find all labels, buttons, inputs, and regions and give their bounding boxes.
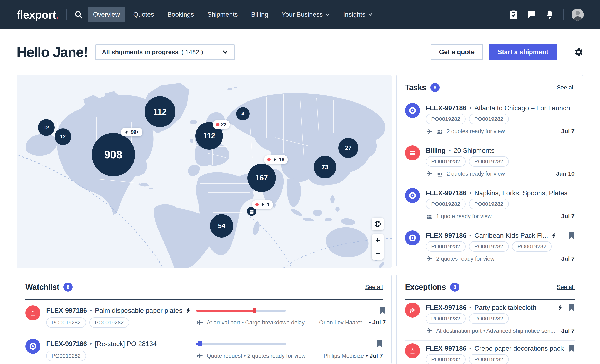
nav-item-quotes[interactable]: Quotes [128, 7, 159, 22]
zoom-out-button[interactable]: − [372, 247, 384, 260]
shipment-code: FLEX-997186 [426, 345, 467, 352]
chat-icon[interactable] [527, 10, 536, 19]
po-tag: PO0019282 [469, 114, 509, 124]
nav-item-your-business[interactable]: Your Business [277, 7, 335, 22]
bookmark-icon[interactable] [568, 304, 575, 311]
due-date: Jul 7 [561, 255, 575, 262]
map-cluster-bubble[interactable]: 12 [55, 128, 71, 145]
po-tag: PO0019282 [469, 199, 509, 209]
plane-icon [426, 128, 433, 135]
map-cluster-bubble[interactable]: 167 [247, 164, 276, 192]
main-content: 112412121122290899+277316716154 + − Watc… [0, 75, 600, 364]
due-date: Jul 7 [561, 213, 575, 220]
alert-dot [267, 158, 271, 161]
see-all-link[interactable]: See all [557, 284, 575, 290]
shipment-desc: Crepe paper decorations pack [474, 345, 564, 352]
shipment-status: At destination port • Advanced ship noti… [436, 328, 555, 334]
chevron-down-icon [222, 50, 228, 54]
eye-icon [405, 103, 420, 118]
map-cluster-bubble[interactable]: 4 [236, 107, 250, 121]
exception-row[interactable]: FLEX-997186•Party pack tablecloth PO0019… [405, 300, 575, 341]
map-cluster-bubble[interactable]: 54 [210, 214, 233, 238]
shipment-code: FLEX-997186 [426, 104, 467, 112]
shipment-code: Billing [426, 147, 446, 154]
map-bubble-badge: 99+ [121, 128, 142, 137]
watchlist-row[interactable]: FLEX-997186•[Re-stock] PO 28134 PO001928… [25, 333, 383, 364]
task-row[interactable]: FLEX-997186•Atlanta to Chicago – For Lau… [405, 100, 575, 143]
avatar[interactable] [572, 9, 584, 21]
owner: Orian Lev Haaret... [319, 319, 367, 326]
map-cluster-bubble[interactable]: 73 [314, 156, 336, 178]
po-tag: PO0019282 [469, 156, 509, 167]
containers-icon [436, 128, 443, 135]
globe-button[interactable] [372, 217, 384, 230]
nav-divider [66, 9, 67, 20]
shipment-code: FLEX-997186 [46, 340, 87, 348]
quote-status: 2 quotes ready for view [447, 128, 505, 135]
header-divider [566, 43, 566, 61]
po-tag: PO0019282 [426, 199, 466, 209]
search-icon[interactable] [74, 10, 83, 19]
exceptions-panel: Exceptions 8 See all FLEX-997186•Party p… [396, 275, 583, 364]
watchlist-panel: Watchlist 8 See all FLEX-997186•Palm dis… [17, 275, 392, 364]
nav-item-billing[interactable]: Billing [246, 7, 273, 22]
plane-icon [426, 255, 433, 262]
task-row[interactable]: Billing•20 Shipments PO0019282PO0019282 … [405, 143, 575, 186]
tasks-clipboard-icon[interactable] [509, 10, 518, 19]
exception-row[interactable]: FLEX-997186•Crepe paper decorations pack… [405, 341, 575, 364]
plane-icon [196, 319, 203, 326]
quote-status: 2 quotes ready for view [447, 171, 505, 177]
page-title: Hello Jane! [17, 44, 88, 60]
eye-icon [405, 230, 420, 245]
nav-item-bookings[interactable]: Bookings [162, 7, 199, 22]
lightning-icon [557, 304, 563, 311]
nav-item-shipments[interactable]: Shipments [202, 7, 243, 22]
zoom-in-button[interactable]: + [372, 234, 384, 247]
chevron-down-icon [325, 13, 330, 16]
shipment-desc: Atlanta to Chicago – For Launch [474, 104, 570, 112]
due-date: • Jul 7 [369, 319, 386, 326]
get-a-quote-button[interactable]: Get a quote [431, 44, 483, 60]
po-tag: PO0019282 [469, 241, 509, 252]
map-cluster-bubble[interactable]: 27 [338, 138, 358, 158]
see-all-link[interactable]: See all [557, 84, 575, 91]
panel-title: Tasks [405, 83, 426, 92]
po-tag: PO0019282 [46, 317, 86, 328]
map-cluster-bubble[interactable]: 908 [92, 133, 135, 176]
bookmark-icon[interactable] [568, 232, 575, 239]
world-map [17, 75, 392, 268]
gear-icon[interactable] [574, 47, 583, 57]
nav-item-overview[interactable]: Overview [88, 7, 125, 22]
main-nav: OverviewQuotesBookingsShipmentsBillingYo… [88, 7, 377, 22]
count-badge: 8 [450, 282, 459, 292]
shipment-status: Quote request • 2 quotes ready for view [207, 353, 306, 359]
po-tag: PO0019282 [469, 313, 509, 324]
nav-divider [563, 9, 564, 20]
watchlist-row[interactable]: FLEX-997186•Palm disposable paper plates… [25, 300, 383, 333]
tasks-panel: Tasks 8 See all FLEX-997186•Atlanta to C… [396, 75, 583, 266]
map-cluster-bubble[interactable]: 112 [145, 96, 175, 127]
exceptions-header: Exceptions 8 See all [405, 275, 575, 299]
bookmark-icon[interactable] [380, 307, 386, 314]
due-date: Jul 7 [561, 327, 575, 334]
panel-title: Exceptions [405, 283, 446, 292]
shipments-map[interactable]: 112412121122290899+277316716154 + − [17, 75, 392, 268]
nav-item-insights[interactable]: Insights [338, 7, 377, 22]
shipment-desc: [Re-stock] PO 28134 [95, 340, 157, 348]
bookmark-icon[interactable] [377, 340, 383, 348]
cone-icon [25, 306, 40, 320]
shipment-progress-bar [196, 308, 286, 313]
map-cluster-bubble[interactable]: 12 [38, 119, 55, 136]
po-tag: PO0019282 [89, 317, 129, 328]
see-all-link[interactable]: See all [365, 284, 383, 290]
cone-icon [405, 343, 420, 358]
notifications-bell-icon[interactable] [545, 10, 554, 19]
task-row[interactable]: FLEX-997186•Napkins, Forks, Spoons, Plat… [405, 186, 575, 228]
shipments-filter-dropdown[interactable]: All shipments in progress ( 1482 ) [95, 44, 235, 60]
flexport-logo[interactable]: flexport. [17, 8, 59, 21]
map-zoom-control: + − [372, 234, 384, 260]
bookmark-icon[interactable] [568, 345, 575, 352]
task-row[interactable]: FLEX-997186•Carribean Kids Pack Fl... PO… [405, 228, 575, 266]
shipment-code: FLEX-997186 [426, 232, 467, 239]
start-a-shipment-button[interactable]: Start a shipment [488, 44, 557, 60]
